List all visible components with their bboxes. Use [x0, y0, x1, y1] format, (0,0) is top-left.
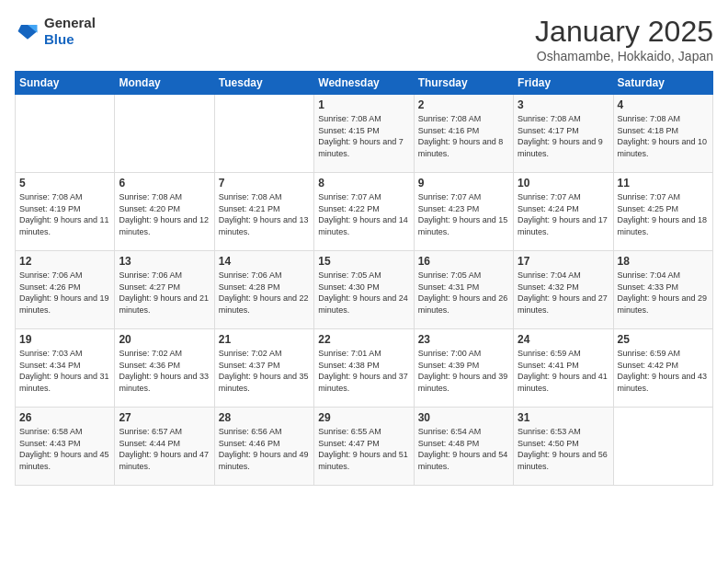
- day-info: Sunrise: 6:57 AM Sunset: 4:44 PM Dayligh…: [119, 426, 210, 472]
- day-info: Sunrise: 7:07 AM Sunset: 4:23 PM Dayligh…: [418, 191, 509, 237]
- weekday-header: Friday: [514, 72, 613, 95]
- calendar-cell: 29Sunrise: 6:55 AM Sunset: 4:47 PM Dayli…: [314, 408, 414, 486]
- day-number: 12: [19, 255, 110, 268]
- day-number: 13: [119, 255, 210, 268]
- calendar-cell: 1Sunrise: 7:08 AM Sunset: 4:15 PM Daylig…: [314, 95, 414, 173]
- calendar-week-row: 26Sunrise: 6:58 AM Sunset: 4:43 PM Dayli…: [16, 408, 713, 486]
- calendar-cell: 24Sunrise: 6:59 AM Sunset: 4:41 PM Dayli…: [514, 329, 613, 408]
- day-number: 7: [219, 177, 310, 190]
- day-info: Sunrise: 7:02 AM Sunset: 4:36 PM Dayligh…: [119, 348, 210, 394]
- calendar-cell: 14Sunrise: 7:06 AM Sunset: 4:28 PM Dayli…: [214, 251, 313, 329]
- day-info: Sunrise: 7:08 AM Sunset: 4:19 PM Dayligh…: [19, 191, 110, 237]
- day-number: 28: [219, 411, 310, 424]
- calendar-cell: 9Sunrise: 7:07 AM Sunset: 4:23 PM Daylig…: [414, 173, 513, 251]
- day-info: Sunrise: 7:05 AM Sunset: 4:30 PM Dayligh…: [318, 270, 409, 316]
- day-number: 16: [418, 255, 509, 268]
- day-number: 11: [618, 177, 709, 190]
- day-number: 9: [418, 177, 509, 190]
- day-number: 20: [119, 333, 210, 346]
- day-info: Sunrise: 7:04 AM Sunset: 4:33 PM Dayligh…: [618, 270, 709, 316]
- day-info: Sunrise: 7:08 AM Sunset: 4:21 PM Dayligh…: [219, 191, 310, 237]
- day-number: 21: [219, 333, 310, 346]
- calendar-cell: 11Sunrise: 7:07 AM Sunset: 4:25 PM Dayli…: [613, 173, 712, 251]
- weekday-header: Sunday: [16, 72, 115, 95]
- calendar-body: 1Sunrise: 7:08 AM Sunset: 4:15 PM Daylig…: [16, 95, 713, 486]
- logo-blue: Blue: [44, 31, 74, 47]
- calendar-cell: 6Sunrise: 7:08 AM Sunset: 4:20 PM Daylig…: [115, 173, 214, 251]
- calendar-cell: 2Sunrise: 7:08 AM Sunset: 4:16 PM Daylig…: [414, 95, 513, 173]
- calendar-cell: 27Sunrise: 6:57 AM Sunset: 4:44 PM Dayli…: [115, 408, 214, 486]
- calendar-cell: [214, 95, 313, 173]
- day-info: Sunrise: 7:08 AM Sunset: 4:18 PM Dayligh…: [618, 113, 709, 159]
- day-number: 8: [318, 177, 409, 190]
- calendar-cell: 8Sunrise: 7:07 AM Sunset: 4:22 PM Daylig…: [314, 173, 414, 251]
- calendar-title: January 2025: [535, 15, 713, 49]
- day-info: Sunrise: 7:06 AM Sunset: 4:26 PM Dayligh…: [19, 270, 110, 316]
- day-number: 30: [418, 411, 509, 424]
- day-number: 29: [318, 411, 409, 424]
- day-number: 15: [318, 255, 409, 268]
- day-info: Sunrise: 7:08 AM Sunset: 4:16 PM Dayligh…: [418, 113, 509, 159]
- calendar-cell: 23Sunrise: 7:00 AM Sunset: 4:39 PM Dayli…: [414, 329, 513, 408]
- day-number: 22: [318, 333, 409, 346]
- day-info: Sunrise: 7:08 AM Sunset: 4:17 PM Dayligh…: [518, 113, 609, 159]
- calendar-cell: 12Sunrise: 7:06 AM Sunset: 4:26 PM Dayli…: [16, 251, 115, 329]
- calendar-week-row: 19Sunrise: 7:03 AM Sunset: 4:34 PM Dayli…: [16, 329, 713, 408]
- calendar-cell: 20Sunrise: 7:02 AM Sunset: 4:36 PM Dayli…: [115, 329, 214, 408]
- day-number: 24: [518, 333, 609, 346]
- day-number: 10: [518, 177, 609, 190]
- day-info: Sunrise: 6:53 AM Sunset: 4:50 PM Dayligh…: [518, 426, 609, 472]
- logo: General Blue: [15, 15, 96, 48]
- day-info: Sunrise: 6:54 AM Sunset: 4:48 PM Dayligh…: [418, 426, 509, 472]
- weekday-header: Wednesday: [314, 72, 414, 95]
- day-info: Sunrise: 7:00 AM Sunset: 4:39 PM Dayligh…: [418, 348, 509, 394]
- day-number: 27: [119, 411, 210, 424]
- calendar-cell: [115, 95, 214, 173]
- calendar-cell: 16Sunrise: 7:05 AM Sunset: 4:31 PM Dayli…: [414, 251, 513, 329]
- calendar-cell: 31Sunrise: 6:53 AM Sunset: 4:50 PM Dayli…: [514, 408, 613, 486]
- calendar-subtitle: Oshamambe, Hokkaido, Japan: [535, 49, 713, 63]
- calendar-cell: 18Sunrise: 7:04 AM Sunset: 4:33 PM Dayli…: [613, 251, 712, 329]
- calendar-week-row: 1Sunrise: 7:08 AM Sunset: 4:15 PM Daylig…: [16, 95, 713, 173]
- calendar-cell: 3Sunrise: 7:08 AM Sunset: 4:17 PM Daylig…: [514, 95, 613, 173]
- weekday-header: Thursday: [414, 72, 513, 95]
- day-info: Sunrise: 6:59 AM Sunset: 4:42 PM Dayligh…: [618, 348, 709, 394]
- calendar-cell: 21Sunrise: 7:02 AM Sunset: 4:37 PM Dayli…: [214, 329, 313, 408]
- day-info: Sunrise: 6:58 AM Sunset: 4:43 PM Dayligh…: [19, 426, 110, 472]
- calendar-cell: 26Sunrise: 6:58 AM Sunset: 4:43 PM Dayli…: [16, 408, 115, 486]
- weekday-header: Tuesday: [214, 72, 313, 95]
- calendar-cell: 15Sunrise: 7:05 AM Sunset: 4:30 PM Dayli…: [314, 251, 414, 329]
- day-number: 17: [518, 255, 609, 268]
- day-number: 2: [418, 98, 509, 111]
- calendar-cell: [16, 95, 115, 173]
- day-info: Sunrise: 7:02 AM Sunset: 4:37 PM Dayligh…: [219, 348, 310, 394]
- day-number: 18: [618, 255, 709, 268]
- calendar-cell: 25Sunrise: 6:59 AM Sunset: 4:42 PM Dayli…: [613, 329, 712, 408]
- calendar-week-row: 12Sunrise: 7:06 AM Sunset: 4:26 PM Dayli…: [16, 251, 713, 329]
- calendar-cell: 4Sunrise: 7:08 AM Sunset: 4:18 PM Daylig…: [613, 95, 712, 173]
- day-number: 19: [19, 333, 110, 346]
- day-number: 1: [318, 98, 409, 111]
- weekday-header: Monday: [115, 72, 214, 95]
- calendar-cell: 30Sunrise: 6:54 AM Sunset: 4:48 PM Dayli…: [414, 408, 513, 486]
- day-info: Sunrise: 6:59 AM Sunset: 4:41 PM Dayligh…: [518, 348, 609, 394]
- day-number: 4: [618, 98, 709, 111]
- day-info: Sunrise: 7:07 AM Sunset: 4:22 PM Dayligh…: [318, 191, 409, 237]
- day-number: 25: [618, 333, 709, 346]
- header: General Blue January 2025 Oshamambe, Hok…: [15, 15, 713, 63]
- day-info: Sunrise: 7:07 AM Sunset: 4:25 PM Dayligh…: [618, 191, 709, 237]
- calendar-cell: [613, 408, 712, 486]
- calendar-header: SundayMondayTuesdayWednesdayThursdayFrid…: [16, 72, 713, 95]
- weekday-header: Saturday: [613, 72, 712, 95]
- day-info: Sunrise: 6:55 AM Sunset: 4:47 PM Dayligh…: [318, 426, 409, 472]
- day-info: Sunrise: 7:07 AM Sunset: 4:24 PM Dayligh…: [518, 191, 609, 237]
- day-info: Sunrise: 7:01 AM Sunset: 4:38 PM Dayligh…: [318, 348, 409, 394]
- calendar-cell: 19Sunrise: 7:03 AM Sunset: 4:34 PM Dayli…: [16, 329, 115, 408]
- logo-general: General: [44, 15, 96, 30]
- calendar-cell: 10Sunrise: 7:07 AM Sunset: 4:24 PM Dayli…: [514, 173, 613, 251]
- day-number: 6: [119, 177, 210, 190]
- logo-icon: [15, 18, 40, 44]
- day-info: Sunrise: 7:08 AM Sunset: 4:15 PM Dayligh…: [318, 113, 409, 159]
- title-area: January 2025 Oshamambe, Hokkaido, Japan: [535, 15, 713, 63]
- day-info: Sunrise: 7:06 AM Sunset: 4:28 PM Dayligh…: [219, 270, 310, 316]
